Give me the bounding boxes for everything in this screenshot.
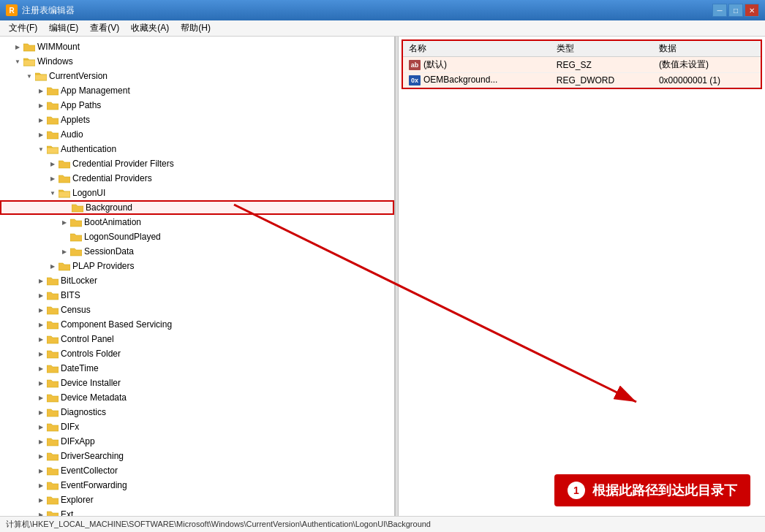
expand-icon-wimmount: ▶ [12,41,23,53]
status-bar: 计算机\HKEY_LOCAL_MACHINE\SOFTWARE\Microsof… [0,516,765,532]
col-data[interactable]: 数据 [653,41,761,57]
tree-item-explorer[interactable]: ▶ Explorer [0,493,394,507]
folder-icon-logonsoundplayed [70,232,82,242]
tree-item-logonsoundplayed[interactable]: LogonSoundPlayed [0,229,394,244]
folder-icon-eventforwarding [47,480,59,490]
tree-item-currentversion[interactable]: ▼ CurrentVersion [0,69,394,83]
tree-item-windows[interactable]: ▼ Windows [0,54,394,69]
tree-label-controlpanel: Control Panel [61,334,114,344]
reg-type: REG_SZ [551,57,653,73]
tree-label-appmanagement: App Management [61,86,130,96]
col-name[interactable]: 名称 [403,41,551,57]
window-controls: ─ □ ✕ [712,4,759,17]
registry-row[interactable]: ab(默认)REG_SZ(数值未设置) [403,57,761,73]
tree-item-difxapp[interactable]: ▶ DIFxApp [0,434,394,449]
menu-file[interactable]: 文件(F) [3,20,43,36]
tree-item-wimmount[interactable]: ▶ WIMMount [0,39,394,54]
tree-label-controlsfolder: Controls Folder [61,349,121,359]
maximize-button[interactable]: □ [728,4,743,17]
tree-label-windows: Windows [37,56,73,66]
menu-edit[interactable]: 编辑(E) [43,20,84,36]
tree-item-controlsfolder[interactable]: ▶ Controls Folder [0,346,394,361]
folder-icon-difx [47,422,59,432]
close-button[interactable]: ✕ [745,4,759,17]
tree-label-ext: Ext [61,509,73,516]
menu-favorites[interactable]: 收藏夹(A) [125,20,175,36]
tree-item-difx[interactable]: ▶ DIFx [0,419,394,434]
tree-label-difxapp: DIFxApp [61,436,95,446]
expand-icon-controlpanel: ▶ [35,333,47,345]
expand-icon-currentversion: ▼ [23,70,35,82]
tree-item-bootanimation[interactable]: ▶ BootAnimation [0,215,394,229]
registry-tree[interactable]: ▶ WIMMount▼ Windows▼ CurrentVersion▶ App… [0,37,395,516]
registry-row[interactable]: 0xOEMBackground...REG_DWORD0x00000001 (1… [403,73,761,88]
tree-label-componentbased: Component Based Servicing [61,319,172,330]
folder-icon-bitlocker [47,276,59,286]
tree-item-applets[interactable]: ▶ Applets [0,113,394,127]
tree-label-deviceinstaller: Device Installer [61,378,121,388]
tree-label-applets: Applets [61,115,90,125]
tree-item-apppaths[interactable]: ▶ App Paths [0,98,394,113]
tree-label-apppaths: App Paths [61,100,101,110]
tree-label-diagnostics: Diagnostics [61,407,106,417]
folder-icon-diagnostics [47,407,59,417]
expand-icon-bootanimation: ▶ [59,216,70,228]
tree-item-driversearching[interactable]: ▶ DriverSearching [0,449,394,463]
tree-item-eventcollector[interactable]: ▶ EventCollector [0,463,394,478]
expand-icon-eventforwarding: ▶ [35,479,47,491]
folder-icon-controlsfolder [47,349,59,359]
tree-item-datetime[interactable]: ▶ DateTime [0,361,394,376]
tree-label-driversearching: DriverSearching [61,451,124,461]
folder-icon-census [47,305,59,315]
reg-sz-icon: ab [409,60,421,70]
tree-item-audio[interactable]: ▶ Audio [0,127,394,142]
registry-values-panel: 名称 类型 数据 ab(默认)REG_SZ(数值未设置)0xOEMBackgro… [399,37,765,516]
main-content: ▶ WIMMount▼ Windows▼ CurrentVersion▶ App… [0,37,765,516]
expand-icon-controlsfolder: ▶ [35,348,47,360]
tree-item-background[interactable]: Background [0,200,394,215]
tree-item-bitlocker[interactable]: ▶ BitLocker [0,273,394,288]
tree-item-componentbased[interactable]: ▶ Component Based Servicing [0,317,394,332]
expand-icon-driversearching: ▶ [35,450,47,462]
expand-icon-credprov: ▶ [47,172,59,184]
tree-item-census[interactable]: ▶ Census [0,303,394,317]
menu-view[interactable]: 查看(V) [84,20,125,36]
window-title: 注册表编辑器 [22,4,712,17]
expand-icon-windows: ▼ [12,56,23,67]
reg-type: REG_DWORD [551,73,653,88]
tree-label-bootanimation: BootAnimation [84,217,141,227]
tree-item-eventforwarding[interactable]: ▶ EventForwarding [0,478,394,493]
status-text: 计算机\HKEY_LOCAL_MACHINE\SOFTWARE\Microsof… [6,519,431,530]
expand-icon-authentication: ▼ [35,143,47,155]
tree-label-explorer: Explorer [61,495,94,505]
tree-item-appmanagement[interactable]: ▶ App Management [0,83,394,98]
tree-item-credprov[interactable]: ▶ Credential Providers [0,171,394,186]
expand-icon-logonsoundplayed [59,231,70,243]
tree-item-controlpanel[interactable]: ▶ Control Panel [0,332,394,346]
tree-item-authentication[interactable]: ▼ Authentication [0,142,394,156]
expand-icon-difx: ▶ [35,421,47,433]
expand-icon-plapproviders: ▶ [47,260,59,272]
tree-item-diagnostics[interactable]: ▶ Diagnostics [0,405,394,419]
tree-item-sessiondata[interactable]: ▶ SessionData [0,244,394,259]
tree-item-logonui[interactable]: ▼ LogonUI [0,186,394,200]
tree-label-logonui: LogonUI [72,188,105,198]
tree-label-plapproviders: PLAP Providers [72,261,135,271]
col-type[interactable]: 类型 [551,41,653,57]
folder-icon-audio [47,129,59,140]
title-bar: R 注册表编辑器 ─ □ ✕ [0,0,765,20]
tree-item-deviceinstaller[interactable]: ▶ Device Installer [0,376,394,390]
folder-icon-bits [47,290,59,300]
tree-label-credprov: Credential Providers [72,173,152,183]
tree-item-bits[interactable]: ▶ BITS [0,288,394,303]
tree-item-plapproviders[interactable]: ▶ PLAP Providers [0,259,394,273]
tree-item-devicemetadata[interactable]: ▶ Device Metadata [0,390,394,405]
minimize-button[interactable]: ─ [712,4,727,17]
expand-icon-componentbased: ▶ [35,319,47,330]
tree-item-ext[interactable]: ▶ Ext [0,507,394,516]
tree-item-credprovfilters[interactable]: ▶ Credential Provider Filters [0,156,394,171]
tree-label-difx: DIFx [61,422,79,432]
menu-help[interactable]: 帮助(H) [175,20,216,36]
tree-label-logonsoundplayed: LogonSoundPlayed [84,232,161,242]
menu-bar: 文件(F) 编辑(E) 查看(V) 收藏夹(A) 帮助(H) [0,20,765,37]
